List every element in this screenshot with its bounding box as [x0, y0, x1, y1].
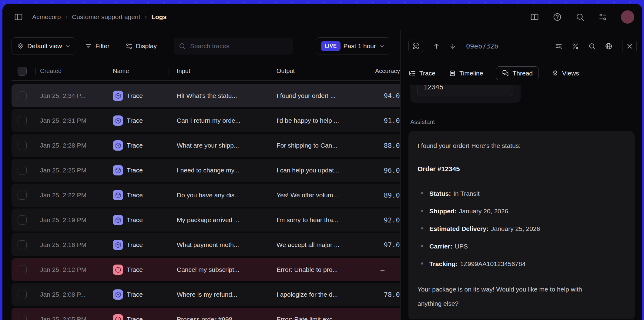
settings-icon[interactable]: [598, 12, 607, 22]
table-row[interactable]: Jan 25, 2:34 P... Trace Hi! What's the s…: [12, 84, 404, 107]
row-name: Trace: [127, 216, 143, 224]
logs-toolbar: Default view Filter Display LIVE Past 1 …: [2, 30, 400, 62]
book-icon[interactable]: [530, 12, 539, 22]
tab-views[interactable]: Views: [551, 66, 579, 80]
percent-icon[interactable]: [572, 42, 579, 50]
row-checkbox[interactable]: [18, 191, 27, 200]
row-checkbox[interactable]: [18, 166, 27, 175]
time-range-button[interactable]: LIVE Past 1 hour: [316, 37, 390, 55]
table-row[interactable]: Jan 25, 2:25 PM Trace I need to change m…: [12, 159, 404, 182]
globe-icon[interactable]: [605, 42, 612, 50]
trace-type-icon: [113, 190, 123, 200]
breadcrumb-item[interactable]: Acmecorp: [32, 13, 61, 21]
table-row[interactable]: Jan 25, 2:16 PM Trace What payment meth.…: [12, 233, 404, 256]
close-icon: [626, 42, 633, 50]
tab-timeline[interactable]: Timeline: [448, 66, 484, 80]
table-row[interactable]: Jan 25, 2:08 P... Trace Where is my refu…: [12, 283, 404, 306]
order-detail-item: Tracking:1Z999AA10123456784: [418, 259, 626, 269]
row-output: I'd be happy to help ...: [270, 117, 368, 124]
column-header-input[interactable]: Input: [169, 62, 270, 80]
time-range-label: Past 1 hour: [344, 42, 376, 50]
row-checkbox[interactable]: [18, 91, 27, 100]
search-traces-input[interactable]: [190, 42, 288, 50]
row-output: For shipping to Can...: [270, 142, 368, 149]
search-traces-box: [174, 38, 293, 55]
row-input: Cancel my subscript...: [169, 266, 270, 273]
column-header-created[interactable]: Created: [35, 62, 110, 80]
help-icon[interactable]: [553, 12, 562, 22]
select-all-checkbox[interactable]: [18, 67, 27, 76]
select-all-checkbox-cell: [12, 62, 35, 80]
bullet-dot: [421, 262, 423, 265]
row-accuracy: 89.0%: [368, 192, 404, 199]
list-search-icon[interactable]: [555, 42, 562, 50]
search-icon[interactable]: [575, 12, 585, 22]
row-accuracy: –: [368, 316, 404, 320]
breadcrumb: Acmecorp›Customer support agent›Logs: [32, 13, 166, 21]
live-badge: LIVE: [321, 41, 340, 51]
table-row[interactable]: Jan 25, 2:28 PM Trace What are your ship…: [12, 134, 404, 157]
chevron-down-icon: [379, 43, 385, 49]
row-name: Trace: [127, 316, 143, 320]
bullet-dot: [421, 210, 423, 212]
row-checkbox[interactable]: [18, 315, 27, 320]
focus-icon: [412, 42, 420, 50]
bullet-dot: [421, 227, 423, 229]
assistant-message-card: I found your order! Here's the status: O…: [408, 131, 635, 319]
tab-thread[interactable]: Thread: [496, 66, 538, 80]
table-row[interactable]: Jan 25, 2:19 PM Trace My package arrived…: [12, 208, 404, 232]
display-button[interactable]: Display: [121, 37, 164, 55]
next-trace-button[interactable]: [446, 39, 459, 53]
sidebar-toggle-icon[interactable]: [14, 12, 23, 22]
view-selector-button[interactable]: Default view: [12, 37, 76, 55]
close-panel-button[interactable]: [622, 39, 637, 53]
search-icon: [179, 42, 186, 50]
row-checkbox[interactable]: [18, 141, 27, 150]
row-checkbox[interactable]: [18, 240, 27, 249]
row-output: Yes! We offer volum...: [270, 192, 368, 199]
app-window: Acmecorp›Customer support agent›Logs Def…: [2, 4, 642, 320]
tab-trace[interactable]: Trace: [408, 66, 436, 80]
error-icon: [113, 314, 123, 320]
row-input: Hi! What's the statu...: [169, 92, 270, 99]
breadcrumb-separator: ›: [145, 13, 147, 20]
assistant-role-label: Assistant: [410, 118, 634, 125]
row-checkbox[interactable]: [18, 116, 27, 125]
row-accuracy: 88.0%: [368, 142, 404, 149]
row-created: Jan 25, 2:22 PM: [35, 192, 110, 199]
thread-icon: [502, 70, 509, 77]
previous-trace-button[interactable]: [430, 39, 443, 53]
row-checkbox[interactable]: [18, 265, 27, 274]
chevron-down-icon: [65, 43, 71, 49]
trace-tree-icon: [409, 70, 416, 77]
row-name: Trace: [127, 192, 143, 199]
avatar[interactable]: [621, 10, 634, 24]
row-checkbox[interactable]: [18, 215, 27, 225]
column-header-accuracy[interactable]: Accuracy: [368, 62, 404, 80]
expand-panel-button[interactable]: [408, 39, 423, 53]
column-header-name[interactable]: Name: [110, 62, 169, 80]
table-row[interactable]: Jan 25, 2:22 PM Trace Do you have any di…: [12, 184, 404, 207]
breadcrumb-item[interactable]: Customer support agent: [72, 13, 140, 21]
column-header-output[interactable]: Output: [270, 62, 368, 80]
top-bar: Acmecorp›Customer support agent›Logs: [2, 4, 642, 30]
row-input: What payment meth...: [169, 241, 270, 248]
filter-button[interactable]: Filter: [80, 37, 117, 55]
row-output: I apologize for the d...: [270, 291, 368, 298]
row-name: Trace: [127, 142, 143, 149]
row-created: Jan 25, 2:12 PM: [35, 266, 110, 273]
thread-content: 12345 Assistant I found your order! Here…: [401, 85, 642, 319]
row-input: What are your shipp...: [169, 142, 270, 149]
row-created: Jan 25, 2:19 PM: [35, 216, 110, 224]
table-row[interactable]: Jan 25, 2:31 PM Trace Can I return my or…: [12, 109, 404, 132]
timeline-icon: [449, 70, 456, 77]
row-accuracy: –: [368, 266, 404, 274]
table-row[interactable]: Jan 25, 2:05 PM Trace Process order #998…: [12, 308, 404, 320]
trace-type-icon: [113, 115, 123, 126]
trace-id: 09eb732b: [466, 42, 498, 50]
table-row[interactable]: Jan 25, 2:12 PM Trace Cancel my subscrip…: [12, 258, 404, 281]
search-icon[interactable]: [588, 42, 596, 50]
breadcrumb-item[interactable]: Logs: [151, 13, 166, 21]
row-checkbox[interactable]: [18, 290, 27, 299]
row-created: Jan 25, 2:08 P...: [35, 291, 110, 298]
